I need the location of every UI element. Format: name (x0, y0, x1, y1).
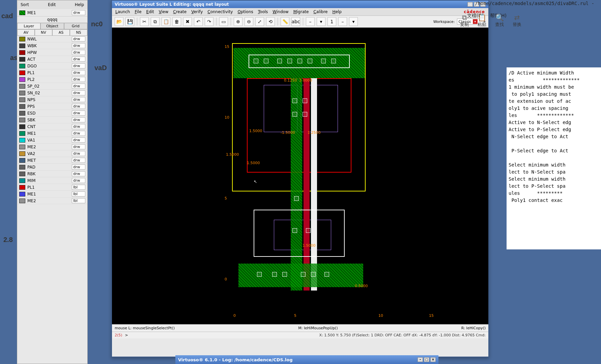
layer-item[interactable]: NPSdrw (17, 96, 87, 103)
layer-item[interactable]: NWLdrw (17, 36, 87, 42)
1-icon[interactable]: 1 (327, 17, 336, 26)
layer-purpose[interactable]: drw (72, 90, 85, 95)
layer-item[interactable]: SN_02drw (17, 90, 87, 96)
layer-purpose[interactable]: lbl (72, 198, 85, 203)
menu-view[interactable]: View (159, 9, 168, 14)
menu-help[interactable]: Help (332, 9, 341, 14)
copy-button[interactable]: ⧉复制 (460, 13, 469, 28)
layer-item[interactable]: PL1drw (17, 69, 87, 76)
sel-icon[interactable]: ▭ (219, 17, 228, 26)
layer-item[interactable]: PL2drw (17, 76, 87, 83)
layer-item[interactable]: WBKdrw (17, 42, 87, 49)
find-button[interactable]: 🔍查找 (495, 13, 504, 28)
menu-connectivity[interactable]: Connectivity (207, 9, 233, 14)
--icon[interactable]: – (306, 17, 315, 26)
layer-item[interactable]: MIMdrw (17, 177, 87, 184)
zoom-out-icon[interactable]: ⊖ (245, 17, 253, 26)
layer-item[interactable]: PADdrw (17, 164, 87, 171)
menu-edit[interactable]: Edit (146, 9, 154, 14)
menu-verify[interactable]: Verify (191, 9, 203, 14)
abc-icon[interactable]: abc (291, 17, 300, 26)
layer-item[interactable]: VA1drw (17, 137, 87, 144)
layer-purpose[interactable]: drw (72, 178, 85, 183)
ciw-maximize[interactable]: ▢ (424, 357, 429, 362)
ruler-icon[interactable]: 📏 (281, 17, 289, 26)
drop-icon[interactable]: ▾ (317, 17, 325, 26)
layer-item[interactable]: ME2drw (17, 144, 87, 150)
layer-purpose[interactable]: drw (72, 117, 85, 122)
layer-item[interactable]: PPSdrw (17, 103, 87, 110)
menu-calibre[interactable]: Calibre (313, 9, 327, 14)
filter-as[interactable]: AS (52, 29, 70, 36)
tab-layer[interactable]: Layer (17, 23, 40, 29)
paste-button[interactable]: 📋粘贴 (478, 13, 486, 28)
layer-item[interactable]: ESDdrw (17, 110, 87, 117)
layer-list[interactable]: NWLdrwWBKdrwHPWdrwACTdrwDGOdrwPL1drwPL2d… (17, 36, 87, 204)
layer-purpose[interactable]: drw (72, 50, 85, 55)
tab-grid[interactable]: Grid (64, 23, 87, 29)
layer-item[interactable]: SBKdrw (17, 117, 87, 123)
layer-purpose[interactable]: lbl (72, 185, 85, 190)
active-layer-purpose[interactable]: drw (72, 10, 85, 15)
undo-icon[interactable]: ↶ (194, 17, 203, 26)
menu-create[interactable]: Create (173, 9, 187, 14)
layer-item[interactable]: PL1lbl (17, 184, 87, 191)
paste-icon[interactable]: 📋 (162, 17, 170, 26)
layer-purpose[interactable]: drw (72, 63, 85, 68)
drc-log[interactable]: /D Active minimum Width es *************… (507, 67, 601, 249)
layer-purpose[interactable]: drw (72, 104, 85, 109)
layer-item[interactable]: HPWdrw (17, 49, 87, 56)
ciw-window[interactable]: Virtuoso® 6.1.0 - Log: /home/cadence/CDS… (175, 355, 438, 364)
filter-ns[interactable]: NS (70, 29, 87, 36)
ciw-close[interactable]: × (430, 357, 436, 362)
layer-purpose[interactable]: drw (72, 164, 85, 170)
--icon[interactable]: – (338, 17, 347, 26)
layer-purpose[interactable]: drw (72, 77, 85, 82)
menu-launch[interactable]: Launch (115, 9, 130, 14)
layer-purpose[interactable]: drw (72, 97, 85, 102)
redo-icon[interactable]: ↷ (205, 17, 213, 26)
menu-sort[interactable]: Sort (21, 2, 29, 7)
tab-object[interactable]: Object (40, 23, 64, 29)
drop2-icon[interactable]: ▾ (349, 17, 358, 26)
zoom-in-icon[interactable]: ⊕ (234, 17, 242, 26)
open-icon[interactable]: 📂 (115, 17, 123, 26)
menu-window[interactable]: Window (273, 9, 288, 14)
layer-purpose[interactable]: drw (72, 138, 85, 143)
layer-purpose[interactable]: drw (72, 84, 85, 89)
menu-help[interactable]: Help (75, 2, 84, 7)
replace-button[interactable]: ⇄替换 (513, 13, 521, 28)
layer-purpose[interactable]: drw (72, 158, 85, 163)
cut-icon[interactable]: ✂ (140, 17, 149, 26)
minimize-button[interactable]: – (467, 2, 473, 7)
layer-purpose[interactable]: drw (72, 144, 85, 149)
filter-av[interactable]: AV (17, 29, 35, 36)
zoom-prev-icon[interactable]: ⟲ (266, 17, 275, 26)
layer-item[interactable]: ME1drw (17, 130, 87, 137)
layer-purpose[interactable]: drw (72, 70, 85, 75)
layer-purpose[interactable]: drw (72, 43, 85, 48)
menu-options[interactable]: Options (237, 9, 253, 14)
titlebar[interactable]: Virtuoso® Layout Suite L Editing: qqqq n… (112, 1, 488, 8)
layer-item[interactable]: RBKdrw (17, 171, 87, 177)
menu-tools[interactable]: Tools (258, 9, 268, 14)
zoom-fit-icon[interactable]: ⤢ (255, 17, 264, 26)
copy-icon[interactable]: ⧉ (151, 17, 160, 26)
save-icon[interactable]: 💾 (125, 17, 134, 26)
layer-item[interactable]: ME1lbl (17, 191, 87, 198)
filter-nv[interactable]: NV (35, 29, 52, 36)
layer-purpose[interactable]: drw (72, 124, 85, 129)
layer-purpose[interactable]: drw (72, 57, 85, 62)
x-icon[interactable]: ✖ (183, 17, 192, 26)
layer-purpose[interactable]: lbl (72, 191, 85, 196)
layer-item[interactable]: SP_02drw (17, 83, 87, 90)
menu-edit[interactable]: Edit (48, 2, 56, 7)
layer-item[interactable]: METdrw (17, 157, 87, 164)
layout-canvas[interactable]: 15 10 5 0 (112, 28, 488, 324)
del-icon[interactable]: 🗑 (172, 17, 181, 26)
layer-item[interactable]: ACTdrw (17, 56, 87, 63)
layer-item[interactable]: VA2drw (17, 150, 87, 157)
layer-item[interactable]: ME2lbl (17, 198, 87, 204)
ciw-minimize[interactable]: – (418, 357, 423, 362)
layer-purpose[interactable]: drw (72, 171, 85, 176)
